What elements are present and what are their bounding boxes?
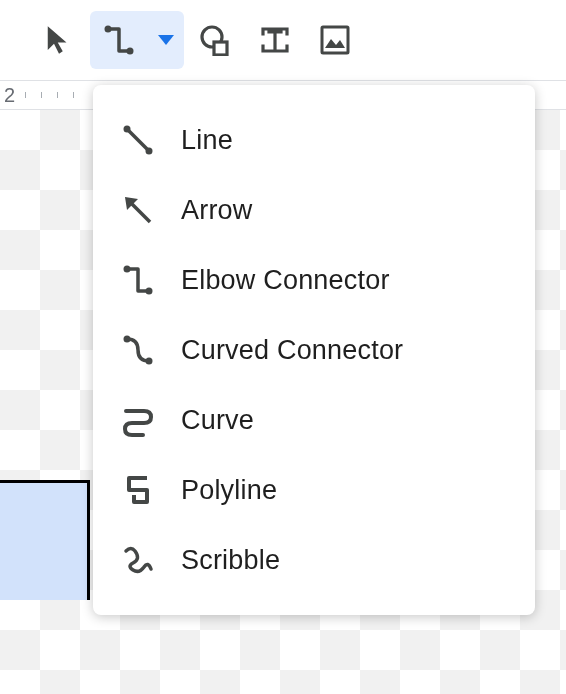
scribble-icon (121, 543, 155, 577)
line-tool-group (90, 11, 184, 69)
selected-shape[interactable] (0, 480, 90, 600)
menu-item-label: Curved Connector (181, 335, 403, 366)
curved-connector-icon (121, 333, 155, 367)
line-tool-dropdown[interactable] (148, 11, 184, 69)
image-icon (319, 24, 351, 56)
textbox-tool[interactable] (246, 11, 304, 69)
svg-point-7 (146, 148, 153, 155)
menu-item-label: Scribble (181, 545, 280, 576)
menu-item-label: Elbow Connector (181, 265, 390, 296)
select-tool[interactable] (30, 11, 88, 69)
svg-line-6 (127, 129, 149, 151)
shape-icon (199, 24, 231, 56)
menu-item-curved[interactable]: Curved Connector (93, 319, 535, 381)
shape-tool[interactable] (186, 11, 244, 69)
svg-rect-3 (214, 42, 227, 55)
line-dropdown-menu: Line Arrow Elbow Connector Curved Connec… (93, 85, 535, 615)
menu-item-curve[interactable]: Curve (93, 389, 535, 451)
polyline-icon (121, 473, 155, 507)
menu-item-polyline[interactable]: Polyline (93, 459, 535, 521)
cursor-icon (46, 25, 72, 55)
textbox-icon (259, 24, 291, 56)
ruler-number: 2 (4, 84, 15, 107)
curve-icon (121, 403, 155, 437)
menu-item-label: Arrow (181, 195, 253, 226)
toolbar (0, 0, 566, 80)
menu-item-arrow[interactable]: Arrow (93, 179, 535, 241)
menu-item-label: Curve (181, 405, 254, 436)
image-tool[interactable] (306, 11, 364, 69)
svg-point-12 (146, 358, 153, 365)
svg-point-10 (146, 288, 153, 295)
menu-item-label: Line (181, 125, 233, 156)
svg-rect-4 (322, 27, 348, 53)
svg-point-1 (127, 48, 134, 55)
menu-item-label: Polyline (181, 475, 277, 506)
arrow-icon (121, 193, 155, 227)
menu-item-line[interactable]: Line (93, 109, 535, 171)
caret-down-icon (158, 35, 174, 45)
menu-item-elbow[interactable]: Elbow Connector (93, 249, 535, 311)
line-icon (121, 123, 155, 157)
menu-item-scribble[interactable]: Scribble (93, 529, 535, 591)
elbow-icon (121, 263, 155, 297)
line-tool[interactable] (90, 11, 148, 69)
elbow-connector-icon (103, 24, 135, 56)
